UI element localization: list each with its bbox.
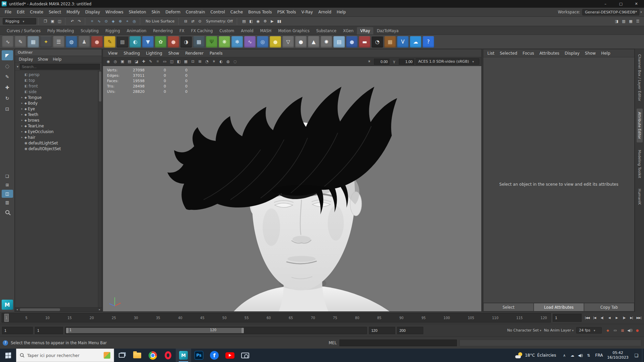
search-highlight-icon[interactable] (104, 352, 110, 359)
gamma-icon[interactable]: γ (391, 58, 397, 65)
hair-model[interactable] (167, 87, 397, 215)
shelf-tab[interactable]: XGen (340, 27, 357, 35)
snap-to-point-icon[interactable]: ⊙ (103, 18, 110, 25)
mel-command-input[interactable] (339, 340, 457, 346)
help-shelf-icon[interactable]: ? (423, 36, 434, 48)
viewport-bookmarks-icon[interactable]: ▤ (126, 58, 133, 65)
outliner-item[interactable]: ◧ persp (15, 72, 102, 77)
opera-icon[interactable] (160, 349, 176, 362)
menu-set-dropdown[interactable]: Rigging (3, 18, 36, 24)
graph-editor-icon[interactable]: ▦ (28, 36, 39, 48)
viewport-field-chart-icon[interactable]: ▦ (182, 58, 189, 65)
new-scene-icon[interactable]: ❐ (42, 18, 49, 25)
mel-label[interactable]: MEL (329, 341, 337, 345)
input-operations-icon[interactable]: ⊟ (182, 18, 189, 25)
view-transform-dropdown[interactable]: ACES 1.0 SDR-video (sRGB) (416, 58, 479, 65)
attribute-editor-menu-item[interactable]: Attributes (537, 51, 562, 56)
maximize-button[interactable]: ▢ (613, 0, 629, 8)
hypershade-layout-button[interactable]: ▥ (2, 198, 13, 206)
text-tool-icon[interactable]: ☰ (53, 36, 64, 48)
sidebar-channel-box-toggle-icon[interactable]: ▦ (627, 18, 634, 25)
screenshot-tool-icon[interactable] (237, 349, 253, 362)
cone-icon[interactable]: ▲ (308, 36, 319, 48)
lasso-tool[interactable]: ◌ (2, 61, 13, 71)
sidebar-tab[interactable]: HumanIK (637, 185, 643, 208)
ocean-sphere-icon[interactable]: ◍ (66, 36, 77, 48)
shelf-tab[interactable]: FX (176, 27, 188, 35)
outliner-item[interactable]: ◉ defaultObjectSet (15, 146, 102, 152)
menu-item[interactable]: Skin (149, 8, 163, 16)
outliner-horizontal-scrollbar[interactable]: ◂ ▸ (15, 307, 102, 311)
viewport-select-camera-icon[interactable]: ◉ (105, 58, 112, 65)
gamma-field[interactable] (399, 59, 414, 65)
maya-taskbar-icon[interactable]: M (176, 349, 191, 362)
open-render-view-icon[interactable]: ▤ (240, 18, 248, 25)
shelf-tab[interactable]: Custom (216, 27, 237, 35)
flower-brush-icon[interactable]: ✿ (155, 36, 166, 48)
range-slider[interactable]: 1 120 (65, 327, 367, 334)
sidebar-tool-settings-toggle-icon[interactable]: ▥ (620, 18, 627, 25)
cv-curve-tool-icon[interactable]: ∿ (2, 36, 13, 48)
vray-shelf-icon[interactable]: V (397, 36, 409, 48)
undo-icon[interactable]: ↶ (69, 18, 76, 25)
scroll-right-icon[interactable]: ▸ (98, 308, 102, 311)
playback-end-field[interactable] (369, 327, 395, 334)
outliner-item[interactable]: ◉ defaultLightSet (15, 140, 102, 146)
playblast-icon[interactable]: ▶ (269, 18, 276, 25)
current-frame-field[interactable] (553, 314, 582, 322)
open-scene-icon[interactable]: ▣ (49, 18, 56, 25)
viewport-menu-item[interactable]: Lighting (143, 51, 165, 56)
sidebar-tab[interactable]: Attribute Editor (637, 109, 643, 142)
outliner-item[interactable]: ▸ ◆ Teeth (15, 112, 102, 117)
weather-widget[interactable]: 18°C Éclaircies (512, 349, 559, 362)
sidebar-tab[interactable]: Modeling Toolkit (637, 146, 643, 182)
menu-item[interactable]: Skeleton (126, 8, 149, 16)
move-tool[interactable]: ✚ (2, 82, 13, 93)
menu-item[interactable]: Cache (228, 8, 246, 16)
menu-item[interactable]: Create (27, 8, 46, 16)
four-pane-layout-button[interactable]: ⊞ (2, 181, 13, 189)
attribute-editor-button[interactable]: Copy Tab (584, 303, 634, 311)
texture-checker-icon[interactable]: ▩ (117, 36, 128, 48)
outliner-menu-item[interactable]: Display (16, 57, 35, 62)
red-shader-ball-icon[interactable]: ● (91, 36, 103, 48)
scene-3d-view[interactable] (103, 66, 481, 311)
language-indicator[interactable]: FRA (593, 353, 605, 358)
crowd-tool-icon[interactable]: ♟ (78, 36, 90, 48)
honey-shader-icon[interactable]: ● (270, 36, 281, 48)
attribute-editor-menu-item[interactable]: Show (582, 51, 598, 56)
attribute-editor-menu-item[interactable]: Help (598, 51, 613, 56)
ik-handle-icon[interactable]: ✦ (40, 36, 52, 48)
single-pane-layout-button[interactable]: ❏ (2, 172, 13, 180)
shelf-tab[interactable]: Rigging (102, 27, 123, 35)
minimize-button[interactable]: – (598, 0, 613, 8)
noise-curve-icon[interactable]: ∿ (244, 36, 256, 48)
step-back-key-button[interactable]: ◀| (598, 314, 605, 322)
volume-icon[interactable]: ◀)) (576, 349, 584, 362)
viewport-ambient-occlusion-icon[interactable]: ◍ (225, 58, 231, 65)
step-back-frame-button[interactable]: |◀ (591, 314, 598, 322)
snap-to-grid-icon[interactable]: ⌗ (89, 18, 96, 25)
tray-chevron-up-icon[interactable]: ∧ (560, 349, 568, 362)
sidebar-outliner-toggle-icon[interactable]: ☰ (634, 18, 641, 25)
outliner-item[interactable]: ▸ ◆ Body (15, 100, 102, 106)
ice-brush-icon[interactable]: ❄ (231, 36, 243, 48)
menu-item[interactable]: File (2, 8, 14, 16)
planet-icon[interactable]: ◎ (257, 36, 268, 48)
viewport-menu-item[interactable]: Panels (207, 51, 226, 56)
shelf-tab[interactable]: Poly Modeling (44, 27, 77, 35)
funnel-icon[interactable]: ▽ (282, 36, 294, 48)
fps-dropdown[interactable]: 24 fps (576, 327, 602, 334)
play-backwards-button[interactable]: ◀ (606, 314, 613, 322)
auto-keyframe-button[interactable]: ● (634, 327, 641, 334)
glass-sphere-icon[interactable]: ● (346, 36, 358, 48)
attribute-editor-menu-item[interactable]: List (485, 51, 497, 56)
menu-item[interactable]: Windows (103, 8, 126, 16)
capsule-icon[interactable]: ▬ (359, 36, 370, 48)
viewport-menu-item[interactable]: Renderer (182, 51, 207, 56)
viewport-safe-title-icon[interactable]: ⊞ (197, 58, 203, 65)
viewport-menu-item[interactable]: Show (165, 51, 182, 56)
paint-select-tool[interactable]: ✎ (2, 72, 13, 82)
menu-item[interactable]: Edit (14, 8, 27, 16)
render-settings-icon[interactable]: ⚙ (262, 18, 269, 25)
